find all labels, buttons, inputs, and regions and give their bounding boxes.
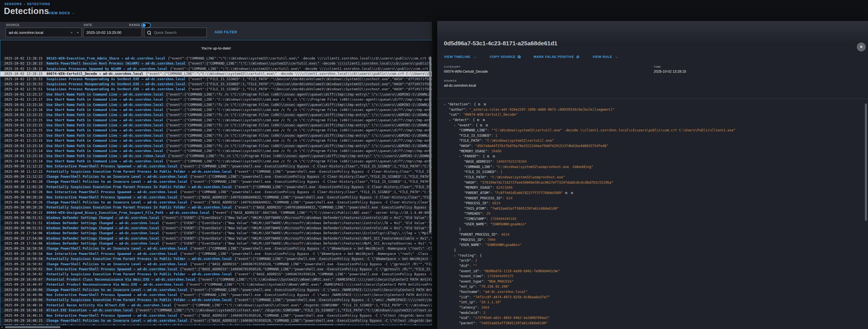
source-select[interactable]: ad-dc.ssnrshnn.local × ▾	[6, 28, 82, 37]
detection-row[interactable]: 2025-09-29 16:48:16Potential Recon Activ…	[0, 303, 432, 308]
action-button[interactable]: MARK FALSE POSITIVE⊘	[534, 55, 580, 59]
collapse-caret-icon[interactable]: ▾	[444, 102, 447, 107]
detection-row[interactable]: 2025-09-29 16:50:02Potentially Suspiciou…	[0, 272, 432, 277]
detection-row[interactable]: 2025-10-01 13:23:15Use Short Name Path i…	[0, 118, 432, 123]
json-key: "event_type"	[459, 279, 483, 283]
detection-row[interactable]: 2025-10-01 13:23:14Use Short Name Path i…	[0, 143, 432, 148]
copy-icon[interactable]: ⧉ ⧉	[477, 118, 486, 122]
detection-row[interactable]: 2025-10-01 13:23:14Use Short Name Path i…	[0, 153, 432, 158]
detection-row[interactable]: 2025-09-29 16:49:06Non Interactive Power…	[0, 292, 432, 297]
json-value: "79.238.92.208"	[479, 285, 509, 289]
action-button[interactable]: COPY SOURCE⧉	[490, 55, 521, 59]
row-event-json: {"event":{"FILE_IS_SIGNED":1,"FILE_PATH"…	[188, 87, 432, 91]
clear-source-icon[interactable]: ×	[70, 30, 73, 35]
chevron-down-icon[interactable]: ▾	[77, 31, 79, 34]
json-key: "COMMAND_LINE"	[464, 165, 492, 169]
detection-row[interactable]: 2025-10-01 13:23:15Use Short Name Path i…	[0, 133, 432, 138]
detection-row[interactable]: 2025-09-29 17:54:06Windows Defender Sett…	[0, 231, 432, 236]
detection-row[interactable]: 2025-10-01 13:23:15Use Short Name Path i…	[0, 128, 432, 133]
detection-row[interactable]: 2025-09-29 16:50:02Change PowerShell Pol…	[0, 262, 432, 267]
horizontal-scrollbar-thumb[interactable]	[5, 326, 60, 328]
scroll-left-icon[interactable]: ◂	[1, 325, 2, 329]
detection-row[interactable]: 2025-10-01 13:23:14Use Short Name Path i…	[0, 159, 432, 164]
detection-row[interactable]: 2025-09-30 11:12:22Change PowerShell Pol…	[0, 174, 432, 179]
collapse-caret-icon[interactable]: ▾	[459, 154, 463, 159]
detection-row[interactable]: 2025-09-30 11:12:22Non Interactive Power…	[0, 164, 432, 169]
detection-row[interactable]: 2025-09-29 16:49:07Potential Product Cla…	[0, 277, 432, 282]
row-timestamp: 2025-09-30 11:02:28	[4, 190, 42, 194]
detection-row[interactable]: 2025-09-29 16:49:06Potentially Suspiciou…	[0, 297, 432, 302]
detection-row[interactable]: 2025-09-29 16:48:16Nltest.EXE Execution→…	[0, 308, 432, 313]
detection-row[interactable]: 2025-10-01 13:23:14Use Short Name Path i…	[0, 148, 432, 153]
action-button[interactable]: VIEW TIMELINE→	[444, 55, 477, 59]
detection-row[interactable]: 2025-09-29 16:49:07Potential Product Rec…	[0, 282, 432, 287]
json-separator: :	[479, 311, 483, 315]
collapse-caret-icon[interactable]: ▾	[454, 253, 458, 259]
detection-row[interactable]: 2025-09-29 16:50:58Change PowerShell Pol…	[0, 246, 432, 251]
quick-search-box[interactable]	[144, 28, 207, 37]
breadcrumb-sensors[interactable]: SENSORS	[4, 2, 22, 6]
detection-row[interactable]: 2025-10-01 13:23:17Use Short Name Path i…	[0, 92, 432, 97]
detection-row[interactable]: 2025-09-30 11:02:28Non Interactive Power…	[0, 189, 432, 195]
detection-row[interactable]: 2025-09-29 16:50:58Potentially Suspiciou…	[0, 256, 432, 261]
detection-row[interactable]: 2025-09-29 16:50:02Non Interactive Power…	[0, 267, 432, 272]
detection-row[interactable]: 2025-09-29 16:50:58Non Interactive Power…	[0, 251, 432, 256]
view-docs-link[interactable]: VIEW DOCS →	[48, 11, 75, 15]
detection-row[interactable]: 2025-10-01 13:23:15Use Short Name Path i…	[0, 138, 432, 143]
row-rule-name: Use Short Name Path in Command Line	[46, 97, 117, 101]
detection-row[interactable]: 2025-09-30 09:20:26Non Interactive Power…	[0, 195, 432, 200]
detection-row[interactable]: 2025-09-29 17:54:06Windows Defender Sett…	[0, 241, 432, 246]
copy-icon[interactable]: ⧉ ⧉	[480, 124, 489, 127]
date-input[interactable]: 2025-10-02 13:25:00	[83, 28, 142, 37]
row-timestamp: 2025-10-01 13:23:14	[4, 154, 42, 158]
detection-row[interactable]: 2025-09-30 11:02:28Change PowerShell Pol…	[0, 179, 432, 184]
detection-row[interactable]: 2025-09-29 16:48:15Change PowerShell Pol…	[0, 318, 432, 323]
horizontal-scrollbar[interactable]: ◂	[0, 325, 432, 329]
copy-icon[interactable]: ⧉ ⧉	[478, 102, 487, 106]
panel-vertical-scrollbar[interactable]	[865, 103, 867, 221]
breadcrumb-detections[interactable]: DETECTIONS	[27, 2, 50, 6]
arrow-right-icon: →	[143, 175, 145, 179]
row-timestamp: 2025-09-29 16:50:02	[4, 272, 42, 276]
json-line: "event_type": "NEW_PROCESS"	[440, 279, 864, 284]
detection-row[interactable]: 2025-10-02 13:28:1500074-WIN-Certutil_De…	[0, 71, 432, 76]
detection-row[interactable]: 2025-10-02 12:35:53Suspicious Process Ma…	[0, 77, 432, 82]
detection-row[interactable]: 2025-09-30 08:51:51Windows Defender Sett…	[0, 226, 432, 231]
add-filter-button[interactable]: ADD FILTER	[215, 30, 237, 34]
detection-row[interactable]: 2025-10-02 13:28:15Remote PowerShell Ses…	[0, 61, 432, 66]
collapse-caret-icon[interactable]: ▾	[454, 123, 458, 128]
copy-icon[interactable]: ⧉ ⧉	[487, 155, 496, 158]
detection-row[interactable]: 2025-10-02 13:28:15Suspicious Processes …	[0, 66, 432, 71]
detection-row[interactable]: 2025-10-01 13:23:16Use Short Name Path i…	[0, 107, 432, 112]
quick-search-input[interactable]	[153, 30, 199, 35]
detail-tabs	[444, 90, 466, 94]
detection-row[interactable]: 2025-10-02 12:35:53Suspicious Process Ma…	[0, 82, 432, 87]
detection-row[interactable]: 2025-10-02 12:35:51Suspicious Process Ma…	[0, 87, 432, 92]
copy-icon[interactable]: ⧉ ⧉	[565, 191, 574, 195]
detection-rows: 2025-10-02 13:28:1500163-WIN-Execution_F…	[0, 56, 432, 325]
detection-row[interactable]: 2025-09-30 11:02:28Potentially Suspiciou…	[0, 184, 432, 189]
detection-row[interactable]: 2025-09-30 09:20:26Change PowerShell Pol…	[0, 200, 432, 205]
list-vertical-scrollbar[interactable]	[429, 57, 431, 233]
range-toggle[interactable]	[142, 23, 151, 28]
detection-row[interactable]: 2025-10-02 13:28:1500163-WIN-Execution_F…	[0, 56, 432, 61]
close-button[interactable]: ×	[857, 42, 866, 52]
detection-row[interactable]: 2025-09-29 16:49:06Change PowerShell Pol…	[0, 287, 432, 292]
detection-row[interactable]: 2025-09-30 09:20:26Potentially Suspiciou…	[0, 205, 432, 210]
detection-row[interactable]: 2025-10-01 13:23:17Use Short Name Path i…	[0, 97, 432, 102]
detection-row[interactable]: 2025-09-30 11:12:22Potentially Suspiciou…	[0, 169, 432, 174]
json-line: "MEMORY_USAGE": 82423808	[440, 185, 864, 190]
detection-row[interactable]: 2025-09-29 16:48:15Potentially Suspiciou…	[0, 323, 432, 325]
collapse-caret-icon[interactable]: ▾	[449, 118, 453, 123]
action-button[interactable]: VIEW RULE→	[593, 55, 619, 59]
row-rule-name: Change PowerShell Policies to an Insecur…	[46, 201, 142, 204]
json-value: "74f2cc8f-d474-4973-825b-8c8baa6a37e7"	[473, 295, 550, 299]
detection-row[interactable]: 2025-10-01 13:23:15Use Short Name Path i…	[0, 123, 432, 128]
detection-row[interactable]: 2025-09-29 16:48:15Non Interactive Power…	[0, 313, 432, 318]
detection-row[interactable]: 2025-09-30 08:51:51Windows Defender Sett…	[0, 220, 432, 226]
detection-row[interactable]: 2025-09-29 17:54:06Windows Defender Sett…	[0, 236, 432, 241]
detection-row[interactable]: 2025-09-30 08:51:51Windows Defender Sett…	[0, 215, 432, 220]
detection-row[interactable]: 2025-10-01 13:23:16Use Short Name Path i…	[0, 102, 432, 107]
detection-row[interactable]: 2025-10-01 13:23:15Use Short Name Path i…	[0, 112, 432, 117]
detection-row[interactable]: 2025-09-30 09:20:2200084-WIN-Unsigned_Bi…	[0, 210, 432, 215]
